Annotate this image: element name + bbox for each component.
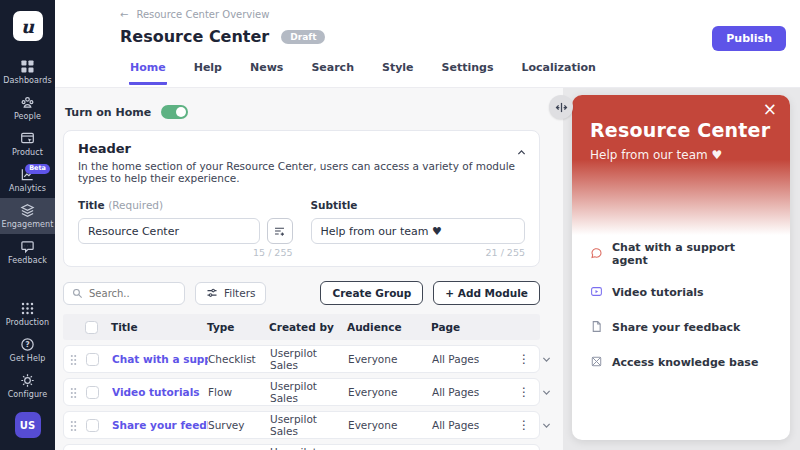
sidebar-item-label: Dashboards — [3, 76, 52, 85]
module-title-link[interactable]: Chat with a suppo... — [112, 353, 208, 365]
preview-module-list: Chat with a support agent Video tutorial… — [572, 235, 790, 372]
module-page: All Pages — [432, 419, 518, 431]
subtitle-input[interactable] — [311, 218, 526, 244]
table-row[interactable]: Video tutorials Flow Userpilot Sales Eve… — [63, 378, 540, 406]
module-created-by: Userpilot Sales — [270, 413, 348, 437]
module-audience: Everyone — [348, 353, 432, 365]
collapse-chevron-icon[interactable] — [516, 143, 527, 162]
expand-chevron-icon[interactable] — [541, 420, 552, 431]
sidebar-item-production[interactable]: Production — [0, 296, 55, 332]
tab-style[interactable]: Style — [381, 59, 415, 85]
title-char-count: 15 / 255 — [78, 247, 293, 258]
module-created-by: Userpilot Sales — [270, 347, 348, 371]
preview-item-feedback[interactable]: Share your feedback — [590, 318, 772, 337]
create-group-button[interactable]: Create Group — [320, 281, 423, 305]
sidebar-item-label: Analytics — [9, 184, 46, 193]
modules-toolbar: Filters Create Group + Add Module — [63, 281, 540, 305]
module-title-link[interactable]: Video tutorials — [112, 386, 208, 398]
row-checkbox[interactable] — [86, 419, 99, 432]
preview-subtitle: Help from our team ♥ — [590, 148, 772, 162]
sidebar-item-configure[interactable]: Configure — [0, 368, 55, 404]
tab-news[interactable]: News — [249, 59, 284, 85]
table-header: Title Type Created by Audience Page — [63, 314, 540, 340]
preview-pane: × Resource Center Help from our team ♥ C… — [563, 88, 800, 450]
insert-variable-button[interactable] — [267, 218, 293, 244]
tab-home[interactable]: Home — [129, 59, 167, 85]
filters-button[interactable]: Filters — [195, 282, 266, 305]
production-icon — [20, 301, 35, 316]
row-checkbox[interactable] — [86, 353, 99, 366]
page-title: Resource Center — [120, 27, 269, 46]
sidebar-item-label: Get Help — [10, 354, 46, 363]
tab-search[interactable]: Search — [310, 59, 355, 85]
table-row[interactable]: Chat with a suppo... Checklist Userpilot… — [63, 345, 540, 373]
sidebar-item-people[interactable]: People — [0, 90, 55, 126]
avatar-initials: US — [20, 420, 35, 431]
engagement-icon — [20, 203, 35, 218]
column-title: Title — [111, 321, 207, 333]
svg-text:?: ? — [25, 340, 30, 349]
sidebar-item-label: Feedback — [8, 256, 47, 265]
table-row[interactable]: Share your feedba... Survey Userpilot Sa… — [63, 411, 540, 439]
search-input[interactable] — [89, 288, 169, 299]
sidebar-item-engagement[interactable]: Engagement — [0, 198, 55, 234]
header-card-title: Header — [78, 141, 525, 156]
dashboards-icon — [20, 59, 35, 74]
editor-pane: Turn on Home Header In the home section … — [55, 88, 563, 450]
select-all-checkbox[interactable] — [85, 321, 98, 334]
sidebar-item-dashboards[interactable]: Dashboards — [0, 54, 55, 90]
chat-icon — [590, 245, 603, 264]
panel-resize-handle[interactable] — [549, 95, 573, 119]
preview-item-chat[interactable]: Chat with a support agent — [590, 241, 772, 267]
tab-settings[interactable]: Settings — [441, 59, 495, 85]
breadcrumb-label[interactable]: Resource Center Overview — [136, 9, 269, 20]
drag-handle-icon[interactable] — [70, 387, 77, 398]
row-checkbox[interactable] — [86, 386, 99, 399]
header-card-description: In the home section of your Resource Cen… — [78, 160, 525, 184]
breadcrumb[interactable]: ← Resource Center Overview — [120, 9, 269, 20]
sidebar-item-feedback[interactable]: Feedback — [0, 234, 55, 270]
kebab-menu-icon[interactable]: ⋮ — [518, 353, 530, 365]
turn-on-home-label: Turn on Home — [65, 106, 151, 119]
table-row[interactable]: Access knowledge ... Link Userpilot Sale… — [63, 444, 540, 450]
kebab-menu-icon[interactable]: ⋮ — [518, 386, 530, 398]
product-icon — [20, 131, 35, 146]
video-icon — [590, 283, 603, 302]
search-box[interactable] — [63, 282, 185, 305]
expand-chevron-icon[interactable] — [541, 354, 552, 365]
user-avatar[interactable]: US — [15, 412, 41, 438]
back-arrow-icon[interactable]: ← — [120, 9, 128, 20]
search-icon — [72, 288, 83, 299]
turn-on-home-toggle[interactable] — [161, 105, 188, 119]
drag-handle-icon[interactable] — [70, 420, 77, 431]
preview-item-label: Video tutorials — [612, 286, 704, 299]
horizontal-resize-icon — [554, 100, 569, 115]
sidebar-item-label: Engagement — [1, 220, 53, 229]
tab-help[interactable]: Help — [193, 59, 223, 85]
status-badge: Draft — [281, 30, 325, 44]
people-icon — [20, 95, 35, 110]
preview-header: Resource Center Help from our team ♥ — [572, 95, 790, 235]
expand-chevron-icon[interactable] — [541, 387, 552, 398]
sidebar-item-label: Production — [6, 318, 50, 327]
preview-item-video[interactable]: Video tutorials — [590, 283, 772, 302]
page-header: ← Resource Center Overview Resource Cent… — [55, 0, 800, 88]
filters-label: Filters — [224, 287, 255, 299]
module-title-link[interactable]: Share your feedba... — [112, 419, 208, 431]
kebab-menu-icon[interactable]: ⋮ — [518, 419, 530, 431]
title-input[interactable] — [78, 218, 260, 244]
app: u Dashboards People Product Beta Analyti… — [0, 0, 800, 450]
close-icon[interactable]: × — [763, 101, 777, 118]
drag-handle-icon[interactable] — [70, 354, 77, 365]
preview-title: Resource Center — [590, 119, 772, 141]
userpilot-logo[interactable]: u — [13, 11, 43, 41]
preview-item-knowledge[interactable]: Access knowledge base — [590, 353, 772, 372]
publish-button[interactable]: Publish — [712, 26, 786, 51]
tab-localization[interactable]: Localization — [521, 59, 597, 85]
add-module-button[interactable]: + Add Module — [433, 281, 540, 305]
module-page: All Pages — [432, 386, 518, 398]
sidebar-item-product[interactable]: Product — [0, 126, 55, 162]
module-page: All Pages — [432, 353, 518, 365]
sidebar-item-get-help[interactable]: ? Get Help — [0, 332, 55, 368]
sidebar-item-analytics[interactable]: Beta Analytics — [0, 162, 55, 198]
